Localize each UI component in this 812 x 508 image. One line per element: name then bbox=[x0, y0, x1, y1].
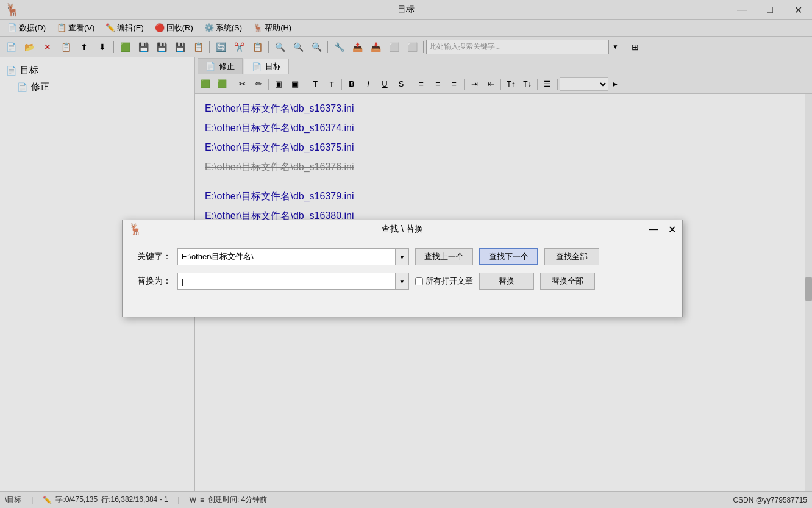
dialog-close-btn[interactable]: ✕ bbox=[664, 223, 680, 237]
dialog-body: 关键字： ▼ 查找上一个 查找下一个 查找全部 替换为： ▼ 所有打开文章 bbox=[123, 238, 682, 299]
keyword-input[interactable] bbox=[177, 248, 396, 265]
all-docs-wrap: 所有打开文章 bbox=[415, 276, 473, 287]
keyword-row: 关键字： ▼ 查找上一个 查找下一个 查找全部 bbox=[135, 248, 670, 265]
find-next-btn[interactable]: 查找下一个 bbox=[479, 248, 538, 265]
dialog-minimize-btn[interactable]: — bbox=[645, 223, 662, 236]
find-replace-dialog: 🦌 查找 \ 替换 — ✕ 关键字： ▼ 查找上一个 查找下一个 查找全部 bbox=[122, 220, 683, 317]
find-all-btn[interactable]: 查找全部 bbox=[544, 248, 599, 265]
replace-dropdown-btn[interactable]: ▼ bbox=[396, 273, 409, 290]
keyword-input-wrap: ▼ bbox=[177, 248, 409, 265]
replace-input-wrap: ▼ bbox=[177, 273, 409, 290]
replace-label: 替换为： bbox=[135, 276, 171, 287]
replace-row: 替换为： ▼ 所有打开文章 替换 替换全部 bbox=[135, 273, 670, 290]
keyword-dropdown-btn[interactable]: ▼ bbox=[396, 248, 409, 265]
all-docs-checkbox[interactable] bbox=[415, 277, 423, 285]
find-prev-btn[interactable]: 查找上一个 bbox=[415, 248, 473, 265]
replace-btn[interactable]: 替换 bbox=[479, 273, 534, 290]
keyword-label: 关键字： bbox=[135, 251, 171, 262]
replace-all-btn[interactable]: 替换全部 bbox=[540, 273, 595, 290]
modal-overlay: 🦌 查找 \ 替换 — ✕ 关键字： ▼ 查找上一个 查找下一个 查找全部 bbox=[0, 0, 812, 508]
dialog-controls: — ✕ bbox=[645, 220, 680, 238]
replace-input[interactable] bbox=[177, 273, 396, 290]
all-docs-label: 所有打开文章 bbox=[426, 276, 473, 287]
dialog-title-bar: 🦌 查找 \ 替换 — ✕ bbox=[123, 220, 682, 238]
dialog-logo: 🦌 bbox=[129, 223, 142, 236]
dialog-title: 查找 \ 替换 bbox=[382, 224, 423, 235]
